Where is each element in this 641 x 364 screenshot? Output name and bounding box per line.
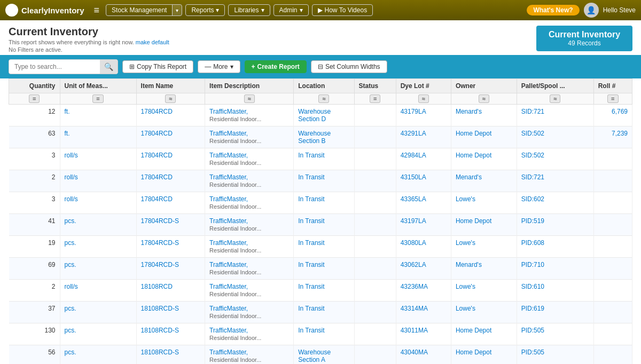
avatar: 👤 bbox=[584, 3, 599, 18]
cell-dye-lot: 43179LA bbox=[396, 105, 451, 126]
cell-dye-lot: 43040MA bbox=[396, 345, 451, 365]
col-header-uom: Unit of Meas... bbox=[60, 79, 136, 93]
page-title: Current Inventory bbox=[9, 26, 169, 38]
cell-item-name[interactable]: 17804RCD-S bbox=[136, 236, 205, 258]
cell-roll bbox=[593, 323, 632, 345]
cell-status bbox=[354, 302, 396, 323]
filter-roll[interactable]: = bbox=[607, 94, 618, 103]
cell-uom: pcs. bbox=[60, 323, 136, 345]
cell-pallet: PID:710 bbox=[517, 258, 593, 280]
copy-icon: ⊞ bbox=[129, 63, 135, 70]
col-header-item-desc: Item Description bbox=[205, 79, 294, 93]
filter-location[interactable]: ≈ bbox=[318, 94, 329, 103]
cell-location: WarehouseSection D bbox=[294, 105, 354, 126]
cell-item-name[interactable]: 18108RCD-S bbox=[136, 302, 205, 323]
cell-pallet: SID:721 bbox=[517, 105, 593, 126]
cell-pallet: SID:610 bbox=[517, 280, 593, 302]
filter-qty[interactable]: = bbox=[29, 94, 40, 103]
how-to-videos-button[interactable]: ▶ How To Videos bbox=[312, 4, 373, 16]
table-row: 3 roll/s 17804RCD TrafficMaster, Residen… bbox=[9, 192, 632, 214]
table-filter-row: = = ≈ ≈ ≈ = ≈ ≈ ≈ = bbox=[9, 93, 632, 105]
filter-uom[interactable]: = bbox=[92, 94, 103, 103]
cell-uom: roll/s bbox=[60, 280, 136, 302]
cell-dye-lot: 43291LA bbox=[396, 126, 451, 148]
cell-location: In Transit bbox=[294, 302, 354, 323]
cell-roll bbox=[593, 280, 632, 302]
cell-status bbox=[354, 258, 396, 280]
cell-item-desc: TrafficMaster, Residential Indoor... bbox=[205, 280, 294, 302]
logo-icon: 🐿 bbox=[5, 4, 18, 17]
cell-item-name[interactable]: 17804RCD-S bbox=[136, 258, 205, 280]
cell-item-desc: TrafficMaster, Residential Indoor... bbox=[205, 105, 294, 126]
cell-pallet: PID:608 bbox=[517, 236, 593, 258]
more-button[interactable]: — More ▾ bbox=[198, 60, 240, 73]
cell-owner: Lowe's bbox=[451, 302, 517, 323]
stock-management-dropdown-arrow[interactable]: ▾ bbox=[172, 5, 182, 15]
cell-status bbox=[354, 148, 396, 170]
table-header-row: Quantity Unit of Meas... Item Name Item … bbox=[9, 79, 632, 93]
cell-qty: 3 bbox=[9, 148, 60, 170]
col-header-item-name: Item Name bbox=[136, 79, 205, 93]
nav-right: What's New? 👤 Hello Steve bbox=[527, 3, 636, 18]
libraries-button[interactable]: Libraries ▾ bbox=[228, 4, 270, 16]
table-row: 12 ft. 17804RCD TrafficMaster, Residenti… bbox=[9, 105, 632, 126]
cell-pallet: PID:519 bbox=[517, 214, 593, 236]
whats-new-button[interactable]: What's New? bbox=[527, 5, 579, 15]
badge-count: 49 Records bbox=[547, 39, 622, 47]
cell-uom: pcs. bbox=[60, 214, 136, 236]
cell-owner: Home Depot bbox=[451, 345, 517, 365]
cell-dye-lot: 43011MA bbox=[396, 323, 451, 345]
cell-item-name[interactable]: 17804RCD bbox=[136, 126, 205, 148]
col-header-location: Location bbox=[294, 79, 354, 93]
cell-roll bbox=[593, 148, 632, 170]
cell-item-name[interactable]: 17804RCD bbox=[136, 148, 205, 170]
table-row: 130 pcs. 18108RCD-S TrafficMaster, Resid… bbox=[9, 323, 632, 345]
cell-item-desc: TrafficMaster, Residential Indoor... bbox=[205, 302, 294, 323]
cell-location: In Transit bbox=[294, 192, 354, 214]
cell-item-desc: TrafficMaster, Residential Indoor... bbox=[205, 126, 294, 148]
filter-pallet[interactable]: ≈ bbox=[550, 94, 560, 103]
cell-status bbox=[354, 192, 396, 214]
cell-pallet: PID:505 bbox=[517, 323, 593, 345]
search-input[interactable] bbox=[9, 60, 100, 73]
cell-location: WarehouseSection B bbox=[294, 126, 354, 148]
copy-report-button[interactable]: ⊞ Copy This Report bbox=[122, 60, 193, 73]
cell-item-name[interactable]: 17804RCD bbox=[136, 192, 205, 214]
cell-item-name[interactable]: 18108RCD-S bbox=[136, 345, 205, 365]
cell-owner: Menard's bbox=[451, 105, 517, 126]
cell-item-name[interactable]: 17804RCD bbox=[136, 170, 205, 192]
cell-item-name[interactable]: 18108RCD bbox=[136, 280, 205, 302]
cell-pallet: SID:721 bbox=[517, 170, 593, 192]
filter-owner[interactable]: ≈ bbox=[479, 94, 489, 103]
col-header-quantity: Quantity bbox=[9, 79, 60, 93]
cell-location: In Transit bbox=[294, 148, 354, 170]
search-button[interactable]: 🔍 bbox=[100, 60, 118, 74]
hamburger-icon[interactable]: ≡ bbox=[91, 5, 103, 16]
stock-management-button[interactable]: Stock Management bbox=[106, 5, 172, 15]
create-report-button[interactable]: + Create Report bbox=[245, 60, 307, 73]
set-column-widths-button[interactable]: ⊟ Set Column Widths bbox=[311, 60, 387, 73]
reports-button[interactable]: Reports ▾ bbox=[185, 4, 225, 16]
navbar: 🐿 ClearlyInventory ≡ Stock Management ▾ … bbox=[0, 0, 641, 20]
cell-item-name[interactable]: 18108RCD-S bbox=[136, 323, 205, 345]
filter-dye-lot[interactable]: ≈ bbox=[418, 94, 429, 103]
cell-status bbox=[354, 105, 396, 126]
filter-status[interactable]: = bbox=[370, 94, 380, 103]
cell-dye-lot: 43236MA bbox=[396, 280, 451, 302]
cell-location: In Transit bbox=[294, 323, 354, 345]
cell-qty: 63 bbox=[9, 126, 60, 148]
page-header: Current Inventory This report shows wher… bbox=[0, 20, 641, 55]
stock-management-nav[interactable]: Stock Management ▾ bbox=[106, 4, 182, 16]
cell-item-name[interactable]: 17804RCD bbox=[136, 105, 205, 126]
cell-status bbox=[354, 323, 396, 345]
cell-item-desc: TrafficMaster, Residential Indoor... bbox=[205, 148, 294, 170]
table-row: 69 pcs. 17804RCD-S TrafficMaster, Reside… bbox=[9, 258, 632, 280]
filter-item-name[interactable]: ≈ bbox=[165, 94, 176, 103]
make-default-link[interactable]: make default bbox=[136, 39, 169, 45]
admin-button[interactable]: Admin ▾ bbox=[273, 4, 309, 16]
cell-pallet: SID:502 bbox=[517, 148, 593, 170]
inventory-table: Quantity Unit of Meas... Item Name Item … bbox=[9, 78, 632, 364]
cell-item-name[interactable]: 17804RCD-S bbox=[136, 214, 205, 236]
cell-dye-lot: 42984LA bbox=[396, 148, 451, 170]
filter-item-desc[interactable]: ≈ bbox=[244, 94, 255, 103]
